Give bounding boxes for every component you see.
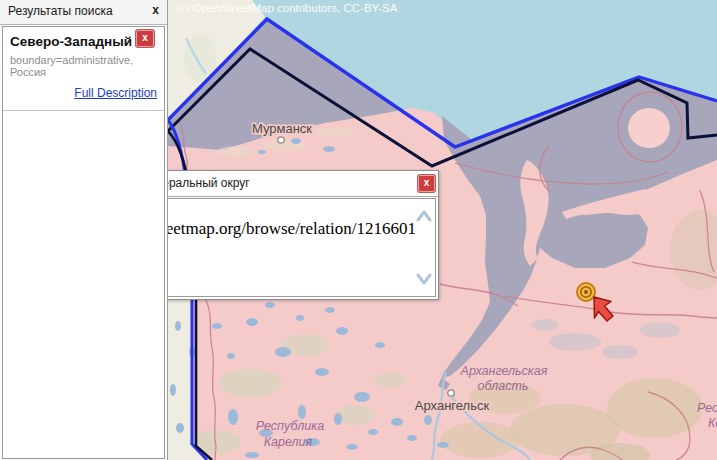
results-list: Северо-Западный x boundary=administrativ… (2, 26, 165, 459)
map-label-arkhangelskaya-1: Архангельская (460, 364, 548, 378)
chevron-up-icon[interactable] (416, 209, 432, 223)
map-label-komi-1: Республика (697, 401, 717, 415)
panel-close-icon[interactable]: x (152, 3, 159, 17)
divider (3, 110, 164, 111)
map-label-karelia-1: Республика (256, 419, 324, 433)
popup-close-button[interactable]: x (418, 175, 435, 192)
map-label-arkhangelskaya-2: область (478, 379, 529, 393)
city-dot-arkhangelsk (448, 390, 454, 396)
island (628, 108, 670, 148)
panel-title: Результаты поиска (8, 4, 113, 18)
result-close-button[interactable]: x (136, 30, 154, 47)
full-description-link[interactable]: Full Description (74, 86, 157, 100)
map-attribution: (c) OpenStreetMap contributors, CC-BY-SA (176, 2, 398, 14)
result-meta: boundary=administrative, Россия (3, 50, 164, 78)
map-label-komi-2: Коми (708, 416, 717, 430)
map-label-karelia-2: Карелия (264, 435, 313, 449)
result-item: Северо-Западный x (3, 27, 164, 50)
city-dot-murmansk (278, 137, 284, 143)
search-results-panel: Результаты поиска x Северо-Западный x bo… (0, 0, 168, 460)
panel-header: Результаты поиска x (0, 0, 167, 25)
result-name: Северо-Западный (10, 34, 132, 49)
map-label-arkhangelsk: Архангельск (415, 398, 490, 413)
chevron-down-icon[interactable] (416, 272, 432, 286)
application-window: Мурманск Архангельск Архангельская облас… (0, 0, 717, 460)
map-label-murmansk: Мурманск (252, 121, 312, 136)
